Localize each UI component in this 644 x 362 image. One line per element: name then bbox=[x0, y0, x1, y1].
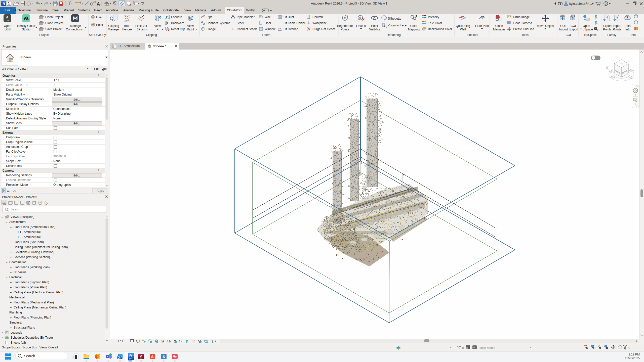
svg-text:TruSpace: TruSpace bbox=[584, 33, 597, 37]
svg-text:Reset Clip: Reset Clip bbox=[171, 27, 185, 31]
svg-text:Open: Open bbox=[583, 24, 590, 28]
svg-text:Connect Systems: Connect Systems bbox=[207, 21, 230, 25]
svg-text:Tools: Tools bbox=[521, 33, 529, 37]
svg-text:Info: Info bbox=[625, 28, 630, 31]
svg-text:Properties: Properties bbox=[3, 45, 16, 48]
svg-text:Clash: Clash bbox=[495, 24, 503, 28]
svg-text:Project: Project bbox=[39, 33, 49, 37]
svg-text:Edit Type: Edit Type bbox=[94, 67, 107, 71]
svg-text:Zoom to Face: Zoom to Face bbox=[388, 24, 407, 27]
svg-text:Create GridLine: Create GridLine bbox=[513, 27, 534, 31]
svg-text:Points: Points bbox=[603, 28, 611, 31]
svg-text:3D View: 3D View bbox=[20, 56, 31, 59]
svg-text:Steel: Steel bbox=[237, 21, 244, 25]
svg-text:View: View bbox=[154, 24, 161, 28]
svg-text:Close Project: Close Project bbox=[45, 21, 63, 25]
svg-text:Open Project: Open Project bbox=[45, 15, 63, 19]
svg-text:COE: COE bbox=[560, 24, 567, 28]
svg-text:Pipe Modeler: Pipe Modeler bbox=[237, 15, 255, 19]
svg-text:QuickSlice: QuickSlice bbox=[456, 24, 470, 28]
svg-text:Fit Cable Holder: Fit Cable Holder bbox=[284, 21, 305, 25]
svg-text:Rendering: Rendering bbox=[387, 33, 400, 37]
svg-text:COE: COE bbox=[560, 15, 565, 17]
svg-text:Manage: Manage bbox=[70, 24, 81, 28]
svg-text:Box: Box bbox=[124, 24, 129, 28]
svg-text:Ortho Image: Ortho Image bbox=[513, 15, 530, 19]
svg-text:6ə: 6ə bbox=[179, 340, 182, 343]
svg-text:Apply: Apply bbox=[97, 189, 104, 193]
svg-text:0: 0 bbox=[359, 16, 361, 20]
svg-text:Import: Import bbox=[559, 28, 568, 31]
svg-text:11/20/2025: 11/20/2025 bbox=[625, 356, 640, 360]
svg-text:Column: Column bbox=[312, 15, 323, 19]
svg-text:Point: Point bbox=[624, 24, 631, 28]
svg-text:LGS: LGS bbox=[5, 28, 11, 31]
svg-text:Point: Point bbox=[96, 23, 103, 27]
svg-text:A: A bbox=[97, 1, 100, 7]
svg-text:COE: COE bbox=[571, 15, 575, 17]
svg-text:TruSpace: TruSpace bbox=[580, 28, 593, 31]
svg-text:Z↓: Z↓ bbox=[13, 190, 16, 193]
svg-text:Autodesk Revit 2026.3 - Projec: Autodesk Revit 2026.3 - Project3 - 3D Vi… bbox=[311, 2, 387, 5]
svg-text:Connections...: Connections... bbox=[66, 28, 85, 31]
svg-text:Main Model: Main Model bbox=[479, 346, 495, 350]
svg-text:Right: Right bbox=[187, 28, 194, 31]
svg-text:Flange: Flange bbox=[207, 27, 216, 31]
svg-text:Manager: Manager bbox=[108, 28, 119, 31]
svg-text:Save Project: Save Project bbox=[45, 27, 63, 31]
svg-text:Studio: Studio bbox=[22, 28, 30, 31]
svg-text::0: :0 bbox=[628, 346, 630, 350]
svg-text:kyle.palmerR4...: kyle.palmerR4... bbox=[569, 2, 592, 6]
svg-text::0: :0 bbox=[461, 346, 464, 350]
svg-text:?: ? bbox=[605, 2, 607, 6]
svg-text:Points: Points bbox=[613, 28, 621, 31]
svg-text:Fence: Fence bbox=[122, 28, 131, 31]
svg-text:Regenerate: Regenerate bbox=[337, 24, 353, 28]
svg-text:88: 88 bbox=[231, 27, 234, 31]
svg-text:Clipping: Clipping bbox=[108, 24, 119, 28]
svg-text:LGS: LGS bbox=[6, 20, 9, 21]
svg-text:Points: Points bbox=[341, 28, 349, 31]
svg-text:User: User bbox=[96, 16, 102, 19]
svg-text:O: O bbox=[94, 1, 96, 3]
svg-text:Intensity: Intensity bbox=[428, 15, 439, 19]
svg-text:Visibility: Visibility bbox=[369, 28, 380, 31]
svg-text:Backward: Backward bbox=[171, 21, 184, 25]
svg-text:Connect Steels: Connect Steels bbox=[237, 27, 257, 31]
svg-text:Point: Point bbox=[371, 24, 378, 28]
svg-text:A: A bbox=[140, 354, 142, 357]
svg-text:?: ? bbox=[626, 16, 628, 20]
svg-text:Import: Import bbox=[613, 24, 622, 28]
svg-text:Color: Color bbox=[410, 24, 418, 28]
svg-text:Export: Export bbox=[603, 24, 612, 28]
svg-text:R: R bbox=[129, 354, 132, 358]
svg-text:Search: Search bbox=[11, 208, 20, 211]
svg-text:Background Color: Background Color bbox=[428, 27, 452, 31]
svg-text:S: S bbox=[151, 354, 154, 359]
svg-text:Forward: Forward bbox=[171, 15, 182, 19]
svg-text:Wall: Wall bbox=[460, 28, 466, 31]
svg-text:Clipping: Clipping bbox=[146, 33, 157, 37]
svg-text:1 : 1: 1 : 1 bbox=[117, 339, 124, 343]
svg-text:A↓: A↓ bbox=[7, 190, 10, 193]
svg-text:Search: Search bbox=[24, 354, 35, 358]
svg-text:Floor Flatness: Floor Flatness bbox=[513, 21, 532, 25]
svg-text:Project Browser - Project3: Project Browser - Project3 bbox=[2, 195, 37, 199]
svg-text:3Point: 3Point bbox=[137, 28, 146, 31]
svg-text:Open: Open bbox=[4, 24, 11, 28]
svg-text:Fit Duct: Fit Duct bbox=[284, 15, 294, 19]
svg-text:Fitters: Fitters bbox=[262, 33, 270, 37]
svg-text:Floor Plan: Floor Plan bbox=[475, 24, 489, 28]
svg-text:RVT: RVT bbox=[129, 358, 133, 360]
svg-text:CAD: CAD bbox=[140, 357, 143, 359]
svg-text:3D View: 3D View 1: 3D View: 3D View 1 bbox=[2, 67, 29, 71]
svg-text:Purge Ref Geom: Purge Ref Geom bbox=[312, 27, 335, 31]
svg-text:Pipe: Pipe bbox=[207, 15, 213, 19]
svg-text:?: ? bbox=[635, 15, 637, 18]
svg-text:T: T bbox=[107, 355, 108, 358]
svg-text:Wall: Wall bbox=[265, 15, 270, 19]
svg-text:R: R bbox=[3, 2, 5, 6]
svg-text:Family: Family bbox=[607, 33, 616, 37]
svg-text:Window: Window bbox=[265, 27, 275, 31]
svg-text:Set Level By: Set Level By bbox=[89, 33, 106, 37]
